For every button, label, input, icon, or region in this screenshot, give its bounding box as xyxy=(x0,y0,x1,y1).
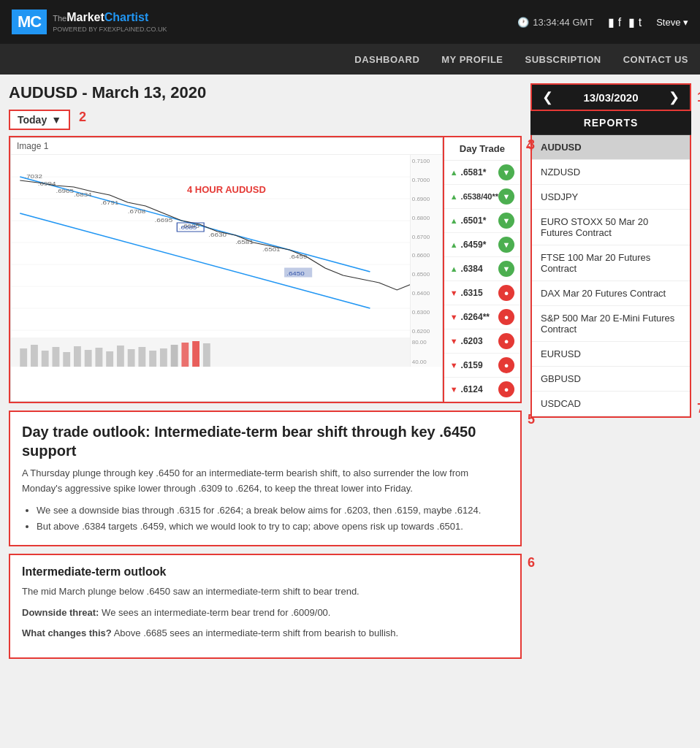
svg-rect-26 xyxy=(181,343,189,367)
outlook-day-wrapper: 5 Day trade outlook: Intermediate-term b… xyxy=(9,411,522,546)
scale-val-10: 0.6200 xyxy=(412,328,441,335)
outlook-intermediate-title: Intermediate-term outlook xyxy=(22,565,509,579)
svg-text:.6708: .6708 xyxy=(128,208,146,215)
trade-item: ▼ .6264** ● xyxy=(444,305,520,329)
nav-contact-us[interactable]: CONTACT US xyxy=(623,47,688,72)
twitter-icon[interactable]: ▮ t xyxy=(628,15,642,29)
up-arrow-icon: ▲ xyxy=(450,216,458,225)
svg-rect-23 xyxy=(149,351,156,367)
today-label: Today xyxy=(18,114,47,126)
page-title: AUDUSD - March 13, 2020 xyxy=(9,83,522,102)
report-item-usdcad[interactable]: USDCAD xyxy=(532,392,690,416)
date-display: 13/03/2020 xyxy=(583,91,638,104)
up-arrow-icon: ▲ xyxy=(450,192,458,201)
facebook-icon[interactable]: ▮ f xyxy=(608,15,621,29)
svg-text:.6581: .6581 xyxy=(235,239,254,245)
report-item-eurostoxx[interactable]: EURO STOXX 50 Mar 20 Futures Contract xyxy=(532,210,690,245)
trade-value: .6501* xyxy=(461,215,498,226)
reports-wrapper: 7 REPORTS AUDUSD NZDUSD USDJPY EURO STOX… xyxy=(530,111,691,418)
scale-val-5: 0.6700 xyxy=(412,234,441,240)
chart-inner: 4 HOUR AUDUSD xyxy=(11,155,442,367)
scale-val-7: 0.6500 xyxy=(412,271,441,278)
scale-val-4: 0.6800 xyxy=(412,215,441,221)
scale-val-9: 0.6300 xyxy=(412,309,441,316)
day-trade-wrapper: 4 Day Trade ▲ .6581* ▼ ▲ .6538/40** xyxy=(443,137,520,402)
svg-rect-18 xyxy=(95,348,102,367)
svg-rect-11 xyxy=(20,348,27,367)
user-menu[interactable]: Steve ▾ xyxy=(656,17,688,28)
trade-item: ▲ .6581* ▼ xyxy=(444,161,520,185)
down-arrow-icon: ▼ xyxy=(450,289,458,297)
user-dropdown-arrow: ▾ xyxy=(683,17,688,28)
date-prev-button[interactable]: ❮ xyxy=(539,89,556,105)
svg-text:.7032: .7032 xyxy=(24,173,42,180)
report-item-nzdusd[interactable]: NZDUSD xyxy=(532,160,690,185)
list-item: We see a downside bias through .6315 for… xyxy=(37,503,509,519)
logo-area: MC TheMarketChartist POWERED BY FXEXPLAI… xyxy=(12,9,167,34)
user-name: Steve xyxy=(656,17,680,28)
svg-text:.6965: .6965 xyxy=(56,188,74,194)
svg-rect-24 xyxy=(160,348,167,367)
svg-rect-19 xyxy=(106,351,113,367)
red-circle-icon: ● xyxy=(498,357,514,373)
red-circle-icon: ● xyxy=(498,285,514,301)
day-trade-panel: Day Trade ▲ .6581* ▼ ▲ .6538/40** ▼ xyxy=(443,137,520,402)
scale-val-6: 0.6600 xyxy=(412,252,441,259)
section-number-4: 4 xyxy=(526,139,533,154)
report-item-gbpusd[interactable]: GBPUSD xyxy=(532,367,690,392)
date-next-button[interactable]: ❯ xyxy=(666,89,682,105)
svg-text:.6630: .6630 xyxy=(208,232,227,238)
svg-rect-20 xyxy=(117,346,124,367)
trade-value: .6203 xyxy=(461,336,498,346)
clock-icon: 🕐 xyxy=(517,17,529,28)
report-item-audusd[interactable]: AUDUSD xyxy=(532,135,690,160)
logo-text: TheMarketChartist POWERED BY FXEXPLAINED… xyxy=(53,10,167,34)
report-item-eurusd[interactable]: EURUSD xyxy=(532,342,690,367)
outlook-intermediate-section: Intermediate-term outlook The mid March … xyxy=(9,554,522,659)
logo-mc-badge: MC xyxy=(12,9,47,34)
report-item-dax[interactable]: DAX Mar 20 Futures Contract xyxy=(532,281,690,306)
scale-val-2: 0.7000 xyxy=(412,177,441,183)
chart-image-label: Image 1 xyxy=(11,138,442,155)
svg-text:.6834: .6834 xyxy=(74,191,92,198)
nav-my-profile[interactable]: MY PROFILE xyxy=(441,47,503,72)
today-dropdown[interactable]: Today ▼ xyxy=(9,110,70,130)
section-number-7: 7 xyxy=(697,401,700,416)
svg-rect-28 xyxy=(203,343,210,367)
svg-rect-27 xyxy=(192,341,199,367)
scale-val-1: 0.7100 xyxy=(412,158,441,164)
trade-value: .6124 xyxy=(461,384,498,394)
outlook-downside: Downside threat: We sees an intermediate… xyxy=(22,606,509,621)
social-icons: ▮ f ▮ t xyxy=(608,15,642,29)
day-trade-header: Day Trade xyxy=(444,137,520,161)
down-arrow-icon: ▼ xyxy=(450,337,458,346)
green-circle-icon: ▼ xyxy=(498,261,514,277)
logo-chartist: Chartist xyxy=(104,11,148,23)
report-item-ftse100[interactable]: FTSE 100 Mar 20 Futures Contract xyxy=(532,245,690,281)
outlook-day-list: We see a downside bias through .6315 for… xyxy=(37,503,509,535)
svg-text:.6501: .6501 xyxy=(262,246,281,253)
logo-powered: POWERED BY FXEXPLAINED.CO.UK xyxy=(53,26,167,34)
svg-text:.6450: .6450 xyxy=(286,270,305,277)
svg-rect-16 xyxy=(74,346,81,367)
nav-dashboard[interactable]: DASHBOARD xyxy=(354,47,419,72)
trade-item: ▼ .6159 ● xyxy=(444,354,520,378)
down-arrow-icon: ▼ xyxy=(450,361,458,370)
green-circle-icon: ▼ xyxy=(498,188,514,205)
trade-value: .6459* xyxy=(461,240,498,250)
right-column: 1 ❮ 13/03/2020 ❯ 7 REPORTS AUDUSD NZDUSD… xyxy=(530,83,691,666)
outlook-intermediate-text: The mid March plunge below .6450 saw an … xyxy=(22,584,509,600)
report-item-sp500[interactable]: S&P 500 Mar 20 E-Mini Futures Contract xyxy=(532,306,690,342)
header-time: 🕐 13:34:44 GMT xyxy=(517,17,593,28)
nav-subscription[interactable]: SUBSCRIPTION xyxy=(525,47,601,72)
change-text: Above .6685 sees an intermediate-term sh… xyxy=(114,627,398,638)
logo-the: The xyxy=(53,14,66,23)
trade-value: .6159 xyxy=(461,360,498,370)
report-item-usdjpy[interactable]: USDJPY xyxy=(532,185,690,210)
svg-text:.6695: .6695 xyxy=(155,217,173,224)
trade-value: .6315 xyxy=(461,288,498,298)
red-circle-icon: ● xyxy=(498,309,514,325)
svg-rect-13 xyxy=(42,351,49,367)
outlook-intermediate-wrapper: 6 Intermediate-term outlook The mid Marc… xyxy=(9,554,522,659)
reports-list: AUDUSD NZDUSD USDJPY EURO STOXX 50 Mar 2… xyxy=(530,135,691,418)
